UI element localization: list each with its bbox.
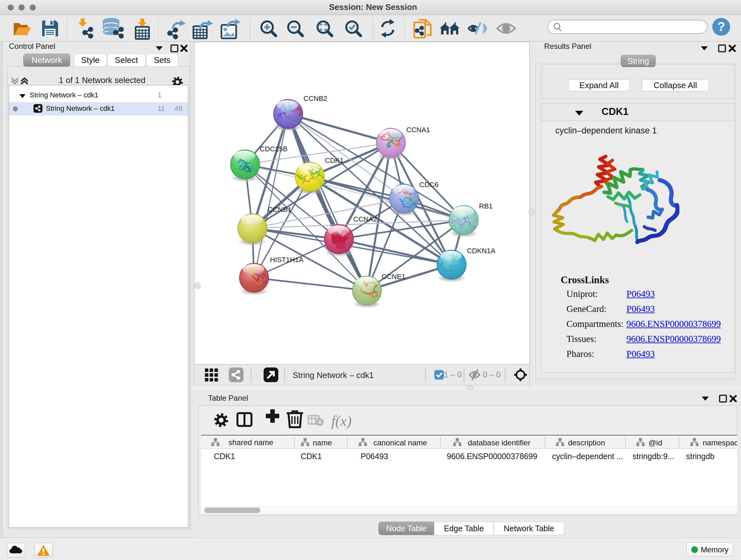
svg-text:CDK1: CDK1 <box>214 452 235 461</box>
svg-text:@id: @id <box>649 438 662 447</box>
svg-text:?: ? <box>718 19 725 34</box>
svg-text:namespace: namespace <box>703 438 737 447</box>
svg-text:CCNA1: CCNA1 <box>406 126 430 134</box>
svg-text:CCNB2: CCNB2 <box>304 95 327 103</box>
svg-text:CDK1: CDK1 <box>300 452 322 461</box>
svg-text:CCNE1: CCNE1 <box>382 273 406 281</box>
svg-text:HIST1H1A: HIST1H1A <box>270 256 304 264</box>
svg-text:shared name: shared name <box>228 438 273 447</box>
svg-text:database identifier: database identifier <box>468 438 530 447</box>
svg-text:stringdb:9...: stringdb:9... <box>632 452 674 461</box>
svg-text:f(x): f(x) <box>331 413 352 429</box>
svg-text:CCNA2: CCNA2 <box>353 215 377 223</box>
svg-text:stringdb: stringdb <box>686 452 715 461</box>
svg-text:canonical name: canonical name <box>374 438 427 447</box>
svg-text:cyclin–dependent ...: cyclin–dependent ... <box>552 452 623 461</box>
svg-text:9606.ENSP00000378699: 9606.ENSP00000378699 <box>447 452 537 461</box>
svg-text:RB1: RB1 <box>479 202 493 210</box>
svg-text:name: name <box>313 438 332 447</box>
svg-text:CDC6: CDC6 <box>419 181 439 189</box>
svg-text:String Network – cdk1: String Network – cdk1 <box>293 370 374 380</box>
svg-text:CDKN1A: CDKN1A <box>467 247 495 255</box>
svg-text:1 – 0: 1 – 0 <box>444 370 462 379</box>
svg-text:CDC25B: CDC25B <box>260 145 287 153</box>
svg-text:0 – 0: 0 – 0 <box>483 370 501 379</box>
svg-text:CCNB1: CCNB1 <box>268 206 292 213</box>
svg-text:description: description <box>568 438 605 447</box>
svg-text:CDK1: CDK1 <box>325 157 344 165</box>
svg-text:P06493: P06493 <box>360 452 388 461</box>
